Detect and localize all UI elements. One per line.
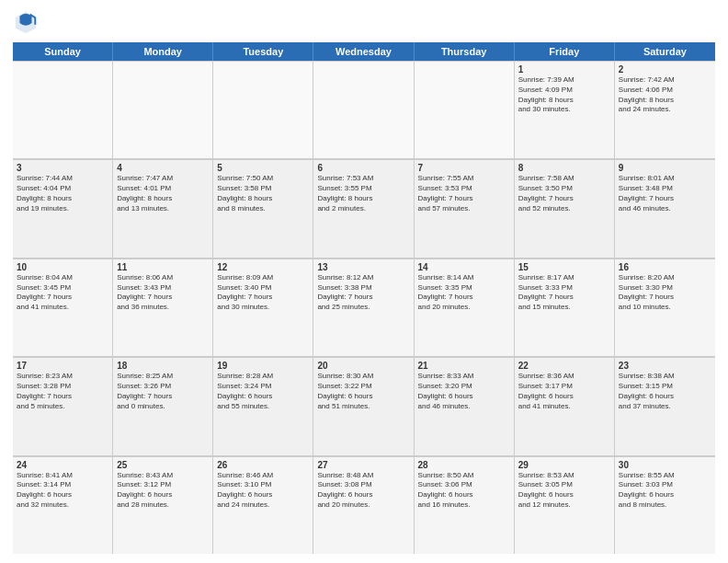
day-cell-27: 27Sunrise: 8:48 AM Sunset: 3:08 PM Dayli… [313, 457, 414, 554]
day-info: Sunrise: 8:06 AM Sunset: 3:43 PM Dayligh… [117, 273, 209, 313]
day-info: Sunrise: 8:53 AM Sunset: 3:05 PM Dayligh… [518, 471, 610, 511]
day-cell-17: 17Sunrise: 8:23 AM Sunset: 3:28 PM Dayli… [13, 358, 113, 454]
day-cell-13: 13Sunrise: 8:12 AM Sunset: 3:38 PM Dayli… [313, 259, 414, 356]
day-info: Sunrise: 8:43 AM Sunset: 3:12 PM Dayligh… [117, 471, 209, 511]
header-day-friday: Friday [515, 42, 615, 61]
day-info: Sunrise: 8:48 AM Sunset: 3:08 PM Dayligh… [317, 471, 409, 511]
day-info: Sunrise: 7:50 AM Sunset: 3:58 PM Dayligh… [217, 174, 309, 213]
header-day-tuesday: Tuesday [213, 42, 313, 61]
empty-cell [113, 62, 213, 158]
day-info: Sunrise: 8:50 AM Sunset: 3:06 PM Dayligh… [418, 471, 510, 511]
day-info: Sunrise: 8:12 AM Sunset: 3:38 PM Dayligh… [317, 273, 409, 313]
day-cell-12: 12Sunrise: 8:09 AM Sunset: 3:40 PM Dayli… [213, 259, 313, 356]
day-cell-10: 10Sunrise: 8:04 AM Sunset: 3:45 PM Dayli… [13, 259, 113, 356]
day-cell-6: 6Sunrise: 7:53 AM Sunset: 3:55 PM Daylig… [313, 160, 414, 257]
day-number: 27 [317, 460, 409, 470]
day-info: Sunrise: 8:20 AM Sunset: 3:30 PM Dayligh… [619, 273, 711, 313]
day-info: Sunrise: 7:47 AM Sunset: 4:01 PM Dayligh… [117, 174, 209, 213]
day-cell-28: 28Sunrise: 8:50 AM Sunset: 3:06 PM Dayli… [415, 457, 515, 554]
day-info: Sunrise: 7:55 AM Sunset: 3:53 PM Dayligh… [418, 174, 510, 213]
day-cell-2: 2Sunrise: 7:42 AM Sunset: 4:06 PM Daylig… [615, 62, 715, 158]
calendar-header: SundayMondayTuesdayWednesdayThursdayFrid… [13, 42, 715, 61]
header-day-monday: Monday [113, 42, 213, 61]
day-info: Sunrise: 8:38 AM Sunset: 3:15 PM Dayligh… [619, 372, 711, 411]
day-number: 19 [217, 361, 309, 371]
day-number: 6 [317, 163, 409, 173]
day-number: 2 [619, 64, 711, 75]
week-row-1: 1Sunrise: 7:39 AM Sunset: 4:09 PM Daylig… [13, 61, 715, 159]
day-cell-11: 11Sunrise: 8:06 AM Sunset: 3:43 PM Dayli… [113, 259, 213, 356]
day-cell-26: 26Sunrise: 8:46 AM Sunset: 3:10 PM Dayli… [213, 457, 313, 554]
header-day-wednesday: Wednesday [313, 42, 414, 61]
day-info: Sunrise: 8:30 AM Sunset: 3:22 PM Dayligh… [317, 372, 409, 411]
empty-cell [13, 62, 113, 158]
day-number: 29 [518, 460, 610, 470]
empty-cell [313, 62, 414, 158]
day-info: Sunrise: 8:14 AM Sunset: 3:35 PM Dayligh… [418, 273, 510, 313]
day-number: 18 [117, 361, 209, 371]
logo [13, 9, 42, 35]
day-cell-30: 30Sunrise: 8:55 AM Sunset: 3:03 PM Dayli… [615, 457, 715, 554]
day-number: 22 [518, 361, 610, 371]
day-number: 7 [418, 163, 510, 173]
day-number: 13 [317, 262, 409, 272]
week-row-4: 17Sunrise: 8:23 AM Sunset: 3:28 PM Dayli… [13, 357, 715, 455]
logo-icon [13, 9, 39, 35]
day-info: Sunrise: 8:28 AM Sunset: 3:24 PM Dayligh… [217, 372, 309, 411]
day-number: 25 [117, 460, 209, 470]
day-number: 26 [217, 460, 309, 470]
day-number: 3 [17, 163, 108, 173]
day-info: Sunrise: 8:17 AM Sunset: 3:33 PM Dayligh… [518, 273, 610, 313]
day-number: 16 [619, 262, 711, 272]
day-cell-7: 7Sunrise: 7:55 AM Sunset: 3:53 PM Daylig… [415, 160, 515, 257]
day-info: Sunrise: 8:36 AM Sunset: 3:17 PM Dayligh… [518, 372, 610, 411]
day-info: Sunrise: 7:58 AM Sunset: 3:50 PM Dayligh… [518, 174, 610, 213]
header-day-thursday: Thursday [415, 42, 515, 61]
day-info: Sunrise: 8:41 AM Sunset: 3:14 PM Dayligh… [17, 471, 108, 511]
day-number: 14 [418, 262, 510, 272]
day-info: Sunrise: 7:53 AM Sunset: 3:55 PM Dayligh… [317, 174, 409, 213]
calendar-body: 1Sunrise: 7:39 AM Sunset: 4:09 PM Daylig… [13, 61, 715, 554]
day-cell-18: 18Sunrise: 8:25 AM Sunset: 3:26 PM Dayli… [113, 358, 213, 454]
day-cell-4: 4Sunrise: 7:47 AM Sunset: 4:01 PM Daylig… [113, 160, 213, 257]
day-cell-14: 14Sunrise: 8:14 AM Sunset: 3:35 PM Dayli… [415, 259, 515, 356]
page: SundayMondayTuesdayWednesdayThursdayFrid… [0, 0, 728, 563]
day-cell-19: 19Sunrise: 8:28 AM Sunset: 3:24 PM Dayli… [213, 358, 313, 454]
day-cell-5: 5Sunrise: 7:50 AM Sunset: 3:58 PM Daylig… [213, 160, 313, 257]
day-info: Sunrise: 8:23 AM Sunset: 3:28 PM Dayligh… [17, 372, 108, 411]
day-info: Sunrise: 8:04 AM Sunset: 3:45 PM Dayligh… [17, 273, 108, 313]
day-number: 4 [117, 163, 209, 173]
day-number: 23 [619, 361, 711, 371]
day-cell-20: 20Sunrise: 8:30 AM Sunset: 3:22 PM Dayli… [313, 358, 414, 454]
day-number: 20 [317, 361, 409, 371]
day-info: Sunrise: 8:33 AM Sunset: 3:20 PM Dayligh… [418, 372, 510, 411]
day-cell-3: 3Sunrise: 7:44 AM Sunset: 4:04 PM Daylig… [13, 160, 113, 257]
day-number: 10 [17, 262, 108, 272]
week-row-3: 10Sunrise: 8:04 AM Sunset: 3:45 PM Dayli… [13, 259, 715, 357]
day-cell-8: 8Sunrise: 7:58 AM Sunset: 3:50 PM Daylig… [515, 160, 615, 257]
day-cell-16: 16Sunrise: 8:20 AM Sunset: 3:30 PM Dayli… [615, 259, 715, 356]
day-cell-24: 24Sunrise: 8:41 AM Sunset: 3:14 PM Dayli… [13, 457, 113, 554]
day-number: 9 [619, 163, 711, 173]
calendar: SundayMondayTuesdayWednesdayThursdayFrid… [13, 42, 715, 554]
week-row-5: 24Sunrise: 8:41 AM Sunset: 3:14 PM Dayli… [13, 456, 715, 554]
day-number: 5 [217, 163, 309, 173]
day-number: 21 [418, 361, 510, 371]
day-info: Sunrise: 8:01 AM Sunset: 3:48 PM Dayligh… [619, 174, 711, 213]
day-number: 11 [117, 262, 209, 272]
day-info: Sunrise: 8:46 AM Sunset: 3:10 PM Dayligh… [217, 471, 309, 511]
day-cell-1: 1Sunrise: 7:39 AM Sunset: 4:09 PM Daylig… [515, 62, 615, 158]
day-number: 1 [518, 64, 610, 75]
day-cell-23: 23Sunrise: 8:38 AM Sunset: 3:15 PM Dayli… [615, 358, 715, 454]
day-info: Sunrise: 7:42 AM Sunset: 4:06 PM Dayligh… [619, 75, 711, 115]
header-day-sunday: Sunday [13, 42, 113, 61]
day-info: Sunrise: 8:25 AM Sunset: 3:26 PM Dayligh… [117, 372, 209, 411]
week-row-2: 3Sunrise: 7:44 AM Sunset: 4:04 PM Daylig… [13, 159, 715, 258]
day-cell-15: 15Sunrise: 8:17 AM Sunset: 3:33 PM Dayli… [515, 259, 615, 356]
day-number: 15 [518, 262, 610, 272]
empty-cell [213, 62, 313, 158]
day-info: Sunrise: 7:44 AM Sunset: 4:04 PM Dayligh… [17, 174, 108, 213]
day-info: Sunrise: 8:55 AM Sunset: 3:03 PM Dayligh… [619, 471, 711, 511]
day-cell-9: 9Sunrise: 8:01 AM Sunset: 3:48 PM Daylig… [615, 160, 715, 257]
day-number: 24 [17, 460, 108, 470]
